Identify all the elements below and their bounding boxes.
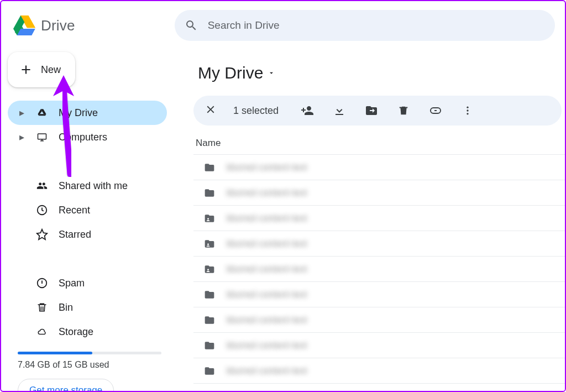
storage-meter xyxy=(18,352,161,354)
plus-icon xyxy=(19,62,33,77)
folder-icon xyxy=(203,213,217,224)
download-button[interactable] xyxy=(332,104,347,117)
svg-point-21 xyxy=(467,113,468,114)
computers-icon xyxy=(35,132,49,142)
file-name: blurred content text xyxy=(227,340,307,351)
spam-icon xyxy=(35,277,49,289)
svg-point-22 xyxy=(207,218,209,219)
file-row[interactable]: blurred content text xyxy=(193,281,565,307)
sidebar-item-label: Computers xyxy=(59,132,107,143)
new-button-label: New xyxy=(41,64,61,76)
svg-point-20 xyxy=(467,109,468,111)
file-row[interactable]: blurred content text xyxy=(193,307,565,332)
file-row[interactable]: blurred content text xyxy=(193,332,565,358)
sidebar-item-shared[interactable]: Shared with me xyxy=(8,174,167,198)
get-more-storage-button[interactable]: Get more storage xyxy=(18,379,114,392)
sidebar-item-label: Recent xyxy=(59,205,90,216)
svg-marker-15 xyxy=(39,114,46,116)
drive-icon xyxy=(35,108,49,118)
people-icon xyxy=(35,180,49,191)
selection-toolbar: 1 selected xyxy=(193,96,562,126)
sidebar-item-computers[interactable]: ▸ Computers xyxy=(8,125,167,149)
sidebar-item-label: My Drive xyxy=(59,107,98,119)
clear-selection-button[interactable] xyxy=(205,103,217,118)
sidebar-item-my-drive[interactable]: ▸ My Drive xyxy=(8,101,167,125)
file-row[interactable]: blurred content text xyxy=(193,205,565,231)
sidebar-item-label: Storage xyxy=(59,326,93,338)
get-link-button[interactable] xyxy=(428,104,443,117)
file-name: blurred content text xyxy=(227,315,307,326)
svg-rect-16 xyxy=(38,134,46,139)
search-input[interactable] xyxy=(208,19,545,32)
storage-used-label: 7.84 GB of 15 GB used xyxy=(18,360,167,370)
share-button[interactable] xyxy=(300,104,315,117)
folder-icon xyxy=(203,289,217,300)
svg-point-19 xyxy=(467,107,468,108)
sidebar-item-label: Bin xyxy=(59,302,73,313)
file-name: blurred content text xyxy=(227,264,307,275)
file-row[interactable]: blurred content text xyxy=(193,231,565,256)
file-row[interactable]: blurred content text xyxy=(193,256,565,281)
file-row[interactable]: Play Books Notes xyxy=(193,383,565,392)
move-button[interactable] xyxy=(364,104,379,117)
file-name: blurred content text xyxy=(227,238,307,249)
file-name: blurred content text xyxy=(227,365,307,377)
folder-icon xyxy=(203,238,217,249)
chevron-right-icon: ▸ xyxy=(18,131,25,143)
trash-icon xyxy=(397,104,410,117)
close-icon xyxy=(205,103,217,116)
more-actions-button[interactable] xyxy=(460,104,475,117)
star-icon xyxy=(35,228,49,241)
app-logo[interactable]: Drive xyxy=(13,15,75,35)
search-icon xyxy=(185,19,198,32)
link-icon xyxy=(429,104,442,117)
folder-icon xyxy=(203,315,217,326)
clock-icon xyxy=(35,204,49,216)
drive-logo-icon xyxy=(13,15,35,35)
sidebar-item-starred[interactable]: Starred xyxy=(8,222,167,247)
search-bar[interactable] xyxy=(175,10,555,41)
column-header-name[interactable]: Name xyxy=(196,138,565,154)
more-vert-icon xyxy=(462,104,473,117)
sidebar-item-bin[interactable]: Bin xyxy=(8,295,167,320)
sidebar-item-spam[interactable]: Spam xyxy=(8,271,167,295)
file-name: blurred content text xyxy=(227,162,307,173)
sidebar-item-label: Spam xyxy=(59,278,85,289)
person-add-icon xyxy=(301,104,314,117)
chevron-right-icon: ▸ xyxy=(18,107,25,119)
delete-button[interactable] xyxy=(396,104,411,117)
file-row[interactable]: blurred content text xyxy=(193,180,565,205)
trash-icon xyxy=(35,301,49,313)
folder-icon xyxy=(203,162,217,173)
app-name: Drive xyxy=(41,17,75,34)
folder-icon xyxy=(203,365,217,377)
folder-icon xyxy=(203,187,217,198)
folder-icon xyxy=(203,340,217,351)
sidebar-item-recent[interactable]: Recent xyxy=(8,198,167,222)
sidebar-item-label: Starred xyxy=(59,229,91,241)
file-row[interactable]: blurred content text xyxy=(193,154,565,180)
folder-move-icon xyxy=(365,104,378,117)
new-button[interactable]: New xyxy=(8,52,75,87)
breadcrumb-my-drive[interactable]: My Drive xyxy=(193,61,280,85)
svg-point-24 xyxy=(207,269,209,270)
download-icon xyxy=(333,104,346,117)
page-title: My Drive xyxy=(198,64,263,82)
svg-point-23 xyxy=(207,243,209,245)
file-name: blurred content text xyxy=(227,289,307,300)
file-name: blurred content text xyxy=(227,187,307,198)
file-row[interactable]: blurred content text xyxy=(193,358,565,383)
folder-icon xyxy=(203,264,217,275)
caret-down-icon xyxy=(268,69,275,77)
cloud-icon xyxy=(35,327,49,337)
sidebar-item-label: Shared with me xyxy=(59,180,128,192)
sidebar-item-storage[interactable]: Storage xyxy=(8,320,167,344)
file-name: blurred content text xyxy=(227,213,307,224)
selection-count: 1 selected xyxy=(233,105,279,117)
